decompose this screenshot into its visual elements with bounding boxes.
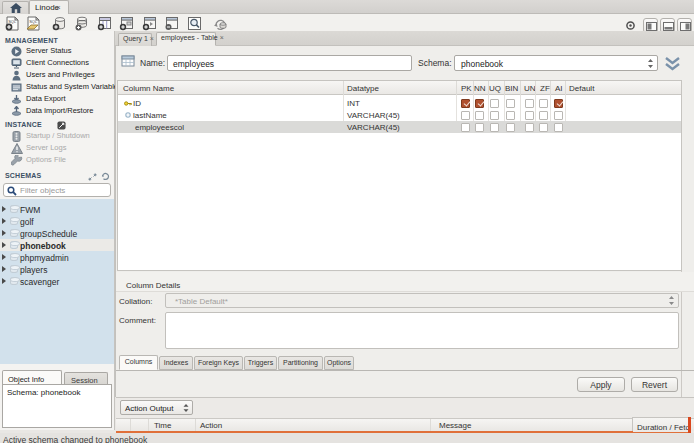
svg-text:SQL: SQL — [8, 19, 17, 24]
svg-text:SQL: SQL — [29, 19, 38, 24]
